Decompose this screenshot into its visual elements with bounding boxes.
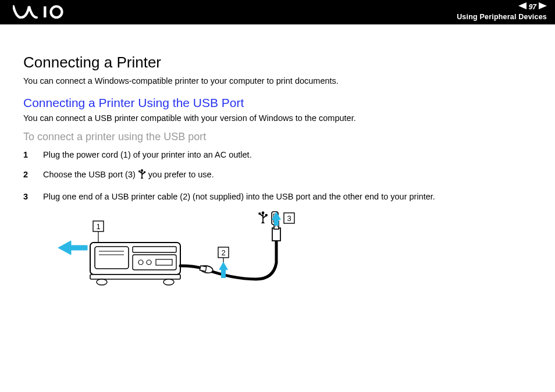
svg-point-1 <box>51 6 62 17</box>
callout-1-label: 1 <box>96 222 100 231</box>
step-2: Choose the USB port (3) you prefer to us… <box>23 169 532 182</box>
intro-text: You can connect a Windows-compatible pri… <box>23 76 532 85</box>
page-title: Connecting a Printer <box>23 54 532 72</box>
svg-marker-8 <box>140 177 143 179</box>
printer-icon <box>90 243 180 285</box>
svg-rect-35 <box>259 212 261 215</box>
svg-point-22 <box>97 279 107 285</box>
svg-marker-2 <box>518 2 526 9</box>
usb-icon <box>138 169 146 182</box>
step-2-text-pre: Choose the USB port (3) <box>43 170 138 179</box>
connection-diagram: 1 <box>58 211 532 300</box>
prev-page-arrow[interactable] <box>518 2 526 12</box>
svg-rect-0 <box>44 6 47 17</box>
svg-marker-11 <box>58 241 87 255</box>
svg-marker-3 <box>539 2 547 9</box>
section-label: Using Peripheral Devices <box>457 12 547 22</box>
page-number: 97 <box>529 3 536 12</box>
svg-point-23 <box>163 279 174 285</box>
svg-point-18 <box>138 260 143 265</box>
svg-rect-13 <box>95 247 129 269</box>
next-page-arrow[interactable] <box>539 2 547 12</box>
svg-rect-25 <box>200 266 206 272</box>
procedure-heading: To connect a printer using the USB port <box>23 131 532 143</box>
header-right: 97 Using Peripheral Devices <box>457 2 547 22</box>
header-bar: 97 Using Peripheral Devices <box>0 0 555 24</box>
callout-2-label: 2 <box>221 248 225 257</box>
svg-point-19 <box>147 260 151 265</box>
sub-heading: Connecting a Printer Using the USB Port <box>23 96 532 110</box>
step-3: Plug one end of a USB printer cable (2) … <box>23 191 532 202</box>
svg-marker-37 <box>261 221 265 223</box>
vaio-logo <box>13 5 69 22</box>
svg-point-36 <box>265 214 268 216</box>
step-1: Plug the power cord (1) of your printer … <box>23 149 532 161</box>
usb-symbol-icon <box>259 211 268 223</box>
svg-rect-16 <box>133 247 176 252</box>
page-content: Connecting a Printer You can connect a W… <box>0 24 555 318</box>
step-list: Plug the power cord (1) of your printer … <box>23 149 532 202</box>
svg-rect-20 <box>156 259 172 265</box>
callout-3-label: 3 <box>287 214 291 223</box>
svg-rect-26 <box>272 228 280 241</box>
svg-point-7 <box>144 171 146 173</box>
sub-intro-text: You can connect a USB printer compatible… <box>23 113 532 123</box>
svg-rect-6 <box>138 170 140 172</box>
step-2-text-post: you prefer to use. <box>146 170 214 179</box>
page-navigation: 97 <box>457 2 547 12</box>
svg-rect-21 <box>90 275 180 279</box>
